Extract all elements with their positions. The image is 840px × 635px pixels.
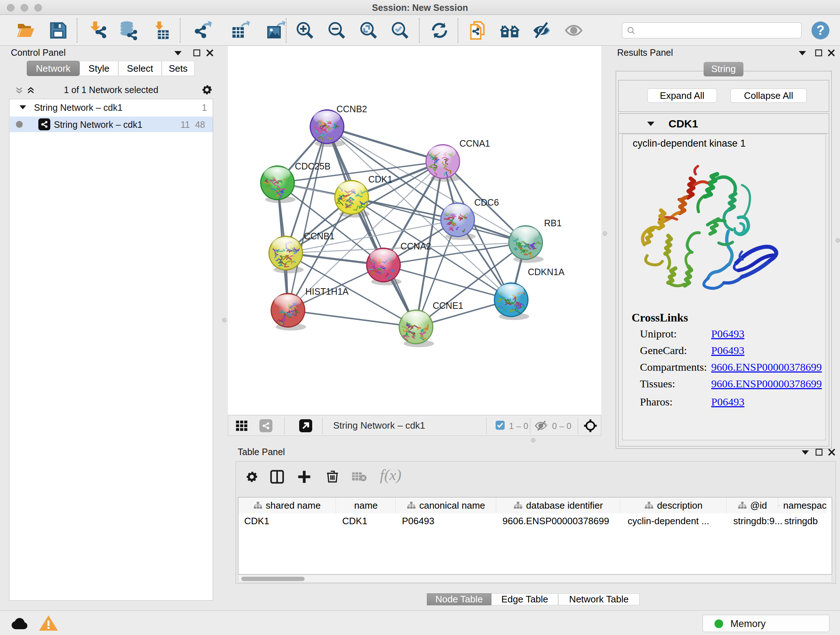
svg-text:CCNA2: CCNA2 [401, 241, 431, 251]
svg-text:CCNB1: CCNB1 [304, 231, 335, 241]
svg-text:CDC25B: CDC25B [295, 161, 331, 171]
svg-text:CCNA1: CCNA1 [459, 138, 490, 149]
svg-text:CDKN1A: CDKN1A [528, 267, 565, 277]
svg-text:CCNB2: CCNB2 [336, 104, 367, 114]
svg-text:RB1: RB1 [544, 218, 562, 228]
svg-text:?: ? [816, 23, 824, 38]
svg-text:CDC6: CDC6 [474, 197, 499, 207]
svg-text:HIST1H1A: HIST1H1A [305, 287, 349, 296]
svg-text:CCNE1: CCNE1 [433, 301, 463, 310]
svg-text:CDK1: CDK1 [368, 174, 393, 184]
